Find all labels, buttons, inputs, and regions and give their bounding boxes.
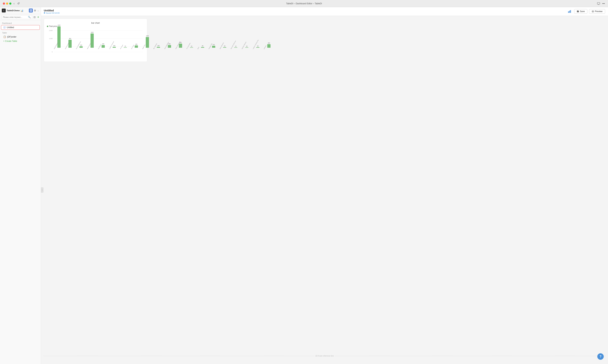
sidebar: i TableDI Demo 📊 ⚙ ⌄ 🔍 ⊟ <box>0 7 41 364</box>
page-title: Untitled <box>44 9 60 12</box>
bar-rect[interactable] <box>234 47 237 48</box>
bar-rect[interactable] <box>267 44 270 48</box>
save-button-label: Save <box>580 10 585 13</box>
bar-item: 250HP Printer <box>131 44 142 50</box>
dashboard-item-icon: ☑ <box>3 26 6 29</box>
bar-item: 60Logitech Gaming Chair <box>252 45 263 50</box>
bar-item: 900Samsung Galaxy <box>65 38 75 50</box>
reload-button[interactable]: ↺ <box>17 1 20 6</box>
reference-line: 16:9 size reference line <box>43 355 606 357</box>
more-options-icon[interactable]: ••• <box>602 2 605 5</box>
legend-dot <box>47 26 48 27</box>
svg-rect-2 <box>31 9 32 10</box>
svg-text:1,200: 1,200 <box>49 38 53 39</box>
bar-item: 1200Apple iPad <box>142 35 153 50</box>
sidebar-header: i TableDI Demo 📊 ⚙ ⌄ <box>0 7 41 14</box>
bar-rect[interactable] <box>102 45 105 48</box>
app-body: i TableDI Demo 📊 ⚙ ⌄ 🔍 ⊟ <box>0 7 608 364</box>
table-item-dforder[interactable]: 📋 (DF)order <box>1 35 40 39</box>
back-button[interactable]: ‹ <box>13 2 15 6</box>
bar-rect[interactable] <box>113 47 116 48</box>
saved-dot <box>44 12 45 13</box>
title-bar: ‹ ↺ TableDI – Dashboard Editor – TableDI… <box>0 0 608 7</box>
search-input[interactable] <box>3 16 27 18</box>
svg-rect-0 <box>597 2 600 4</box>
chart-title: bar chart <box>47 22 144 24</box>
workspace-name: TableDI Demo <box>7 9 20 12</box>
chart-stats-icon[interactable] <box>567 9 572 14</box>
title-bar-right: ••• <box>597 2 605 5</box>
create-table-label: + Create Table <box>3 40 17 42</box>
bar-rect[interactable] <box>190 47 193 48</box>
svg-text:2,400: 2,400 <box>49 30 53 31</box>
bar-item: 450Anker Power Bank <box>175 42 186 50</box>
bar-rect[interactable] <box>57 26 61 48</box>
header-left: Untitled Saved 04:54:09 <box>44 9 60 14</box>
bar-item: 150Sony Headphones <box>76 45 86 50</box>
svg-rect-1 <box>30 9 31 10</box>
bar-rect[interactable] <box>201 47 204 48</box>
main-header: Untitled Saved 04:54:09 Save <box>41 7 608 16</box>
maximize-button[interactable] <box>9 2 11 5</box>
bar-rect[interactable] <box>223 47 226 48</box>
bar-rect[interactable] <box>135 45 138 48</box>
bar-item: 300Sony PlayStation <box>164 43 175 50</box>
bar-rect[interactable] <box>168 45 171 48</box>
bar-item: 100Logitech Keyboard <box>109 45 119 50</box>
bar-item: 40SanDisk Webcam <box>241 46 252 50</box>
table-item-label: (DF)order <box>7 36 16 38</box>
bar-rect[interactable] <box>245 47 248 48</box>
bar-item: 80Bank <box>197 45 208 50</box>
table-item-icon: 📋 <box>3 35 6 38</box>
svg-rect-5 <box>568 11 569 13</box>
svg-rect-4 <box>31 11 32 12</box>
bar-item: 60Jabra Bluetooth <box>219 45 230 50</box>
header-right: Save Preview <box>567 9 605 14</box>
chart-card: bar chart Total price 2,400 <box>44 19 147 62</box>
traffic-lights <box>3 2 11 5</box>
sidebar-item-untitled[interactable]: ☑ Untitled <box>1 25 40 30</box>
create-table-item[interactable]: + Create Table <box>1 39 40 43</box>
settings-icon[interactable]: ⚙ <box>34 9 36 12</box>
workspace-emoji: 📊 <box>21 9 23 12</box>
bar-item: 25HP Mouse <box>120 46 131 50</box>
bar-rect[interactable] <box>212 46 215 48</box>
layout-icon[interactable] <box>29 9 33 13</box>
title-bar-left: ‹ ↺ <box>3 1 20 6</box>
workspace-chevron[interactable]: ⌄ <box>37 9 39 12</box>
bar-item: 100JBL Speakers <box>153 45 164 50</box>
help-button[interactable]: ? <box>597 353 604 360</box>
svg-point-9 <box>593 11 593 12</box>
toggle-sidebar-button[interactable]: ‹ <box>41 187 43 193</box>
close-button[interactable] <box>3 2 5 5</box>
filter-icon[interactable]: ⊟ <box>33 15 36 19</box>
bar-rect[interactable] <box>157 47 160 48</box>
bar-item: 1600Nikon Camera <box>87 32 97 50</box>
bar-rect[interactable] <box>79 46 83 48</box>
add-icon[interactable]: + <box>37 15 40 19</box>
preview-button[interactable]: Preview <box>589 9 605 14</box>
search-box[interactable]: 🔍 <box>1 15 32 19</box>
search-icon: 🔍 <box>28 16 31 18</box>
bar-rect[interactable] <box>124 47 127 48</box>
svg-rect-6 <box>569 11 570 13</box>
svg-rect-3 <box>30 11 31 12</box>
bar-item: 300Dell Monitor <box>98 43 108 50</box>
canvas-area[interactable]: ‹ bar chart Total price <box>41 16 608 364</box>
sidebar-toolbar: 🔍 ⊟ + <box>0 14 41 20</box>
bar-rect[interactable] <box>256 47 259 48</box>
dashboard-section-label: Dashboard <box>0 20 41 25</box>
screen-share-icon[interactable] <box>597 2 600 5</box>
svg-rect-7 <box>570 10 571 13</box>
svg-text:0: 0 <box>52 51 53 53</box>
save-button[interactable]: Save <box>574 9 587 14</box>
saved-status: Saved 04:54:09 <box>44 12 60 14</box>
bar-rect[interactable] <box>179 44 182 48</box>
bar-item: 210Seagate HDD <box>208 44 219 50</box>
minimize-button[interactable] <box>6 2 8 5</box>
table-section-label: Table <box>0 30 41 35</box>
bar-item: 10Microsoft USB Drive <box>230 46 241 50</box>
bar-item: 40TP-Link Router <box>186 46 197 50</box>
bar-item: 2400Apple MacBook <box>54 25 64 50</box>
window-title: TableDI – Dashboard Editor – TableDI <box>286 2 322 5</box>
